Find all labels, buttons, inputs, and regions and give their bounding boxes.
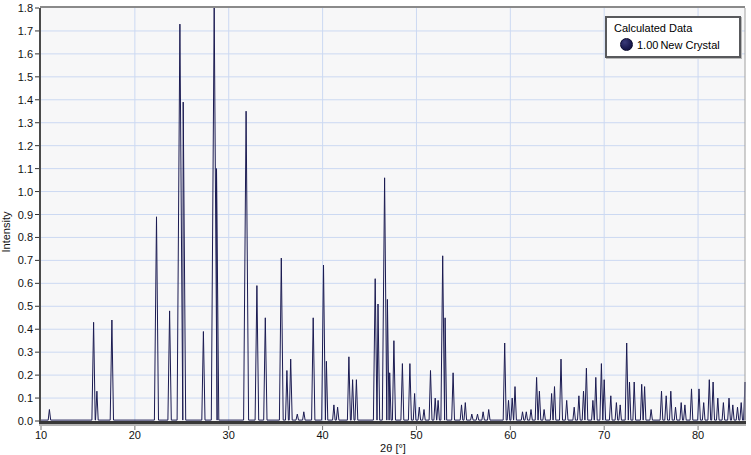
x-tick-label: 10: [21, 430, 61, 441]
x-tick-label: 30: [209, 430, 249, 441]
y-tick-label: 0.1: [3, 393, 33, 404]
x-axis-title: 2θ [°]: [41, 442, 745, 454]
legend-title: Calculated Data: [614, 22, 733, 34]
y-tick-label: 0.2: [3, 370, 33, 381]
xrd-pattern-chart: Intensity 2θ [°] Calculated Data 1.00 Ne…: [0, 0, 751, 455]
y-tick-label: 0.8: [3, 232, 33, 243]
series-marker-circle-icon: [620, 38, 633, 51]
y-tick-label: 0.4: [3, 324, 33, 335]
x-tick-label: 20: [115, 430, 155, 441]
x-axis-line: [39, 421, 746, 424]
y-tick-label: 1.4: [3, 95, 33, 106]
y-tick-label: 0.9: [3, 210, 33, 221]
x-axis-shadow: [39, 424, 746, 426]
x-tick-label: 70: [584, 430, 624, 441]
y-tick-label: 0.3: [3, 347, 33, 358]
y-tick-label: 1.2: [3, 141, 33, 152]
y-tick-label: 0.6: [3, 278, 33, 289]
legend-item: 1.00 New Crystal: [620, 38, 733, 51]
y-tick-label: 1.1: [3, 164, 33, 175]
x-tick-label: 80: [678, 430, 718, 441]
y-tick-label: 0.5: [3, 301, 33, 312]
y-tick-label: 1.6: [3, 49, 33, 60]
legend-series-label: New Crystal: [660, 39, 719, 51]
y-tick-label: 0.0: [3, 416, 33, 427]
y-tick-label: 1.8: [3, 3, 33, 14]
plot-area: [0, 0, 751, 455]
legend-series-scale: 1.00: [637, 39, 658, 51]
y-tick-label: 1.0: [3, 187, 33, 198]
y-tick-label: 1.7: [3, 26, 33, 37]
x-tick-label: 60: [490, 430, 530, 441]
y-tick-label: 1.3: [3, 118, 33, 129]
x-tick-label: 40: [303, 430, 343, 441]
y-tick-label: 0.7: [3, 255, 33, 266]
y-tick-label: 1.5: [3, 72, 33, 83]
x-tick-label: 50: [396, 430, 436, 441]
legend: Calculated Data 1.00 New Crystal: [605, 16, 741, 58]
